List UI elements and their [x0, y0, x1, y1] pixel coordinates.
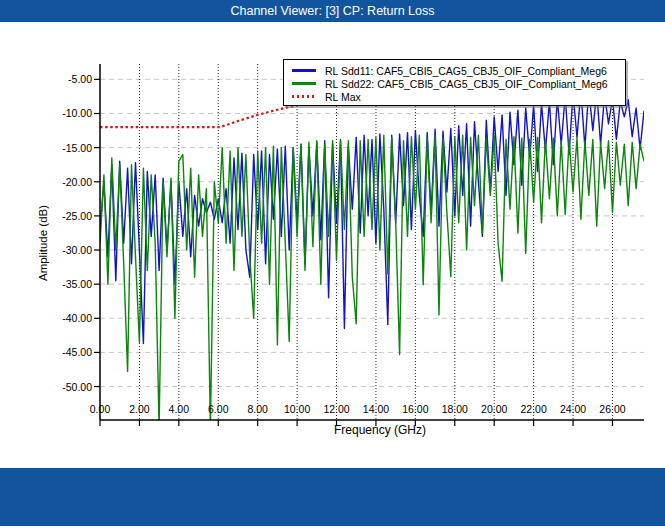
y-tick-label: -50.00: [50, 381, 92, 393]
x-tick-label: 6.00: [196, 403, 240, 415]
x-tick-label: 4.00: [157, 403, 201, 415]
y-axis-title: Amplitude (dB): [37, 163, 51, 323]
x-tick-label: 10.00: [275, 403, 319, 415]
x-tick-label: 18.00: [433, 403, 477, 415]
legend-item-sdd22: RL Sdd22: CAF5_CBI5_CAG5_CBJ5_OIF_Compli…: [292, 77, 625, 90]
x-tick-label: 24.00: [551, 403, 595, 415]
sdd22-line-icon: [292, 82, 316, 85]
legend-box: RL Sdd11: CAF5_CBI5_CAG5_CBJ5_OIF_Compli…: [283, 59, 626, 106]
rlmax-dotted-line-icon: [292, 95, 316, 98]
window-title: Channel Viewer: [3] CP: Return Loss: [230, 4, 434, 18]
plot-canvas: [92, 64, 652, 434]
y-tick-label: -45.00: [50, 346, 92, 358]
y-tick-label: -5.00: [50, 73, 92, 85]
x-tick-label: 14.00: [354, 403, 398, 415]
x-tick-label: 0.00: [78, 403, 122, 415]
x-tick-label: 8.00: [236, 403, 280, 415]
y-tick-label: -25.00: [50, 210, 92, 222]
x-axis-title: Frequency (GHz): [250, 423, 510, 437]
y-tick-label: -40.00: [50, 312, 92, 324]
x-tick-label: 22.00: [512, 403, 556, 415]
y-tick-label: -35.00: [50, 278, 92, 290]
y-tick-label: -15.00: [50, 142, 92, 154]
legend-label: RL Max: [325, 91, 361, 103]
legend-item-rlmax: RL Max: [292, 90, 625, 103]
legend-item-sdd11: RL Sdd11: CAF5_CBI5_CAG5_CBJ5_OIF_Compli…: [292, 64, 625, 77]
title-bar: Channel Viewer: [3] CP: Return Loss: [0, 0, 665, 22]
x-tick-label: 12.00: [315, 403, 359, 415]
y-tick-label: -10.00: [50, 107, 92, 119]
x-tick-label: 2.00: [117, 403, 161, 415]
y-tick-label: -30.00: [50, 244, 92, 256]
x-tick-label: 20.00: [472, 403, 516, 415]
x-tick-label: 26.00: [590, 403, 634, 415]
legend-label: RL Sdd22: CAF5_CBI5_CAG5_CBJ5_OIF_Compli…: [325, 78, 608, 90]
x-tick-label: 16.00: [393, 403, 437, 415]
sdd11-line-icon: [292, 69, 316, 72]
footer-bar: [0, 468, 665, 526]
y-tick-label: -20.00: [50, 176, 92, 188]
legend-label: RL Sdd11: CAF5_CBI5_CAG5_CBJ5_OIF_Compli…: [325, 65, 607, 77]
chart-area: Amplitude (dB) Frequency (GHz) RL Sdd11:…: [0, 22, 665, 468]
